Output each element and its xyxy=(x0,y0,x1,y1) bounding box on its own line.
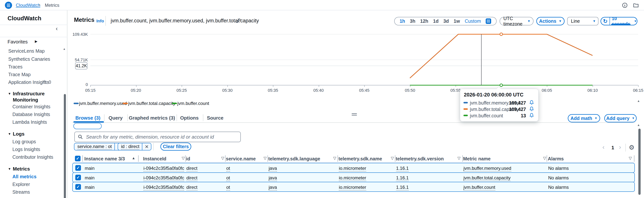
refresh-icon[interactable]: ↻ xyxy=(601,18,610,24)
cell-sdk-name[interactable]: io.micrometer xyxy=(339,175,366,181)
sidebar-scroll-up-icon[interactable]: ▲ xyxy=(63,47,66,50)
column-header-alarms[interactable]: Alarms xyxy=(548,156,564,162)
cell-sdk-language[interactable]: java xyxy=(269,175,277,181)
cell-sdk-version[interactable]: 1.16.1 xyxy=(396,166,409,172)
filter-icon[interactable]: ▽ xyxy=(264,156,266,160)
cell-id[interactable]: direct xyxy=(186,166,198,172)
add-query-button[interactable]: Add query ▼ xyxy=(604,114,637,122)
folder-icon[interactable] xyxy=(633,2,639,8)
time-range-12h[interactable]: 12h xyxy=(420,18,428,24)
clear-filters-button[interactable]: Clear filters xyxy=(160,143,191,151)
breadcrumb-cloudwatch-link[interactable]: CloudWatch xyxy=(16,2,40,8)
sidebar-item-favorites[interactable]: Favorites xyxy=(8,39,28,45)
sidebar-item-trace-map[interactable]: Trace Map xyxy=(8,72,31,77)
tab-browse[interactable]: Browse (3) xyxy=(76,115,100,121)
time-range-1w[interactable]: 1w xyxy=(454,18,460,24)
cell-service-name[interactable]: ot xyxy=(226,175,230,181)
column-header-sdk-language[interactable]: telemetry.sdk.language xyxy=(268,156,320,162)
actions-button[interactable]: Actions ▼ xyxy=(536,17,564,25)
cell-metric-name[interactable]: jvm.buffer.memory.used xyxy=(464,166,511,172)
table-row[interactable]: ✓ main i-094c2c35f5a0fa0fc direct ot jav… xyxy=(72,163,635,173)
filter-icon[interactable]: ▽ xyxy=(629,156,632,160)
sidebar-item-servicelens-map[interactable]: ServiceLens Map xyxy=(8,48,44,54)
info-icon[interactable] xyxy=(622,2,628,8)
previous-page-icon[interactable]: ‹ xyxy=(602,143,604,151)
section-expanded-icon[interactable]: ▼ xyxy=(8,92,11,96)
row-checkbox[interactable]: ✓ xyxy=(75,165,81,171)
sidebar-section-infrastructure-monitoring[interactable]: Infrastructure Monitoring xyxy=(13,91,56,103)
section-expanded-icon[interactable]: ▼ xyxy=(8,132,11,136)
sidebar-item-explorer[interactable]: Explorer xyxy=(12,182,30,187)
search-input[interactable] xyxy=(86,134,238,140)
cell-instanceid[interactable]: i-094c2c35f5a0fa0fc xyxy=(144,185,184,191)
cell-instanceid[interactable]: i-094c2c35f5a0fa0fc xyxy=(144,175,184,181)
services-menu-icon[interactable] xyxy=(5,2,12,9)
time-range-3d[interactable]: 3d xyxy=(443,18,449,24)
sidebar-item-all-metrics[interactable]: All metrics xyxy=(12,174,36,179)
table-row[interactable]: ✓ main i-094c2c35f5a0fa0fc direct ot jav… xyxy=(72,173,635,182)
table-row[interactable]: ✓ main i-094c2c35f5a0fa0fc direct ot jav… xyxy=(72,182,635,192)
calendar-icon[interactable] xyxy=(486,18,491,24)
remove-filter-icon[interactable]: ✕ xyxy=(142,144,151,150)
sidebar-item-database-insights[interactable]: Database Insights xyxy=(12,112,50,117)
alarm-bell-icon[interactable] xyxy=(529,113,534,118)
sidebar-item-log-groups[interactable]: Log groups xyxy=(12,139,36,144)
filter-icon[interactable]: ▽ xyxy=(391,156,394,160)
sidebar-section-logs[interactable]: Logs xyxy=(13,131,24,137)
tab-source[interactable]: Source xyxy=(207,115,224,121)
info-link[interactable]: Info xyxy=(96,19,104,23)
column-header-id[interactable]: id xyxy=(186,156,190,162)
cell-sdk-language[interactable]: java xyxy=(269,185,277,191)
page-scrollbar[interactable] xyxy=(638,129,640,195)
table-settings-gear-icon[interactable]: ⚙ xyxy=(629,144,634,151)
legend-item[interactable]: jvm.buffer.memory.used xyxy=(79,101,127,106)
column-header-instanceid[interactable]: InstanceId xyxy=(143,156,166,162)
cell-id[interactable]: direct xyxy=(186,185,198,191)
pane-resize-handle[interactable] xyxy=(352,113,357,116)
cell-sdk-version[interactable]: 1.16.1 xyxy=(396,185,409,191)
cell-id[interactable]: direct xyxy=(186,175,198,181)
cell-service-name[interactable]: ot xyxy=(226,185,230,191)
tab-query[interactable]: Query xyxy=(108,115,122,121)
column-header-service-name[interactable]: service.name xyxy=(226,156,256,162)
sidebar-item-lambda-insights[interactable]: Lambda Insights xyxy=(12,119,47,125)
cell-metric-name[interactable]: jvm.buffer.count xyxy=(464,185,495,191)
sidebar-item-traces[interactable]: Traces xyxy=(8,64,22,70)
select-all-checkbox[interactable]: ✓ xyxy=(75,156,80,161)
sidebar-item-synthetics-canaries[interactable]: Synthetics Canaries xyxy=(8,56,50,62)
column-header-metric-name[interactable]: Metric name xyxy=(463,156,490,162)
filter-chip-label[interactable]: service.name : ot xyxy=(77,144,112,150)
sidebar-section-metrics[interactable]: Metrics xyxy=(13,166,30,172)
column-header-sdk-version[interactable]: telemetry.sdk.version xyxy=(396,156,444,162)
row-checkbox[interactable]: ✓ xyxy=(75,184,81,190)
row-checkbox[interactable]: ✓ xyxy=(75,175,81,180)
filter-chip-label[interactable]: id : direct xyxy=(121,144,139,150)
cell-sdk-name[interactable]: io.micrometer xyxy=(339,185,366,191)
page-number[interactable]: 1 xyxy=(612,145,614,151)
cell-instanceid[interactable]: i-094c2c35f5a0fa0fc xyxy=(144,166,184,172)
scroll-up-icon[interactable]: ▲ xyxy=(637,99,640,103)
sort-ascending-icon[interactable]: ▲ xyxy=(132,156,135,160)
column-header-instance-name[interactable]: Instance name 3/3 xyxy=(84,156,125,162)
legend-item[interactable]: jvm.buffer.count xyxy=(177,101,209,106)
next-page-icon[interactable]: › xyxy=(619,143,621,151)
filter-icon[interactable]: ▽ xyxy=(221,156,224,160)
time-range-1h[interactable]: 1h xyxy=(400,18,405,24)
partial-button[interactable] xyxy=(74,123,102,129)
filter-icon[interactable]: ▽ xyxy=(458,156,460,160)
time-range-custom[interactable]: Custom xyxy=(465,18,481,24)
cell-sdk-language[interactable]: java xyxy=(269,166,277,172)
alarm-bell-icon[interactable] xyxy=(529,100,534,105)
alarm-bell-icon[interactable] xyxy=(529,106,534,112)
scroll-up-icon[interactable]: ▲ xyxy=(637,123,640,127)
filter-icon[interactable]: ▽ xyxy=(182,156,185,160)
sidebar-item-contributor-insights[interactable]: Contributor Insights xyxy=(12,154,53,160)
time-range-1d[interactable]: 1d xyxy=(433,18,438,24)
tab-options[interactable]: Options xyxy=(180,115,198,121)
timezone-dropdown[interactable]: UTC timezone ▼ xyxy=(500,17,534,25)
chart-type-select[interactable]: Line ▼ xyxy=(567,17,598,25)
add-math-button[interactable]: Add math ▼ xyxy=(568,114,600,122)
favorites-expand-icon[interactable]: ▶ xyxy=(35,39,38,43)
sidebar-item-streams[interactable]: Streams xyxy=(12,189,30,195)
legend-item[interactable]: jvm.buffer.total.capacity xyxy=(128,101,175,106)
